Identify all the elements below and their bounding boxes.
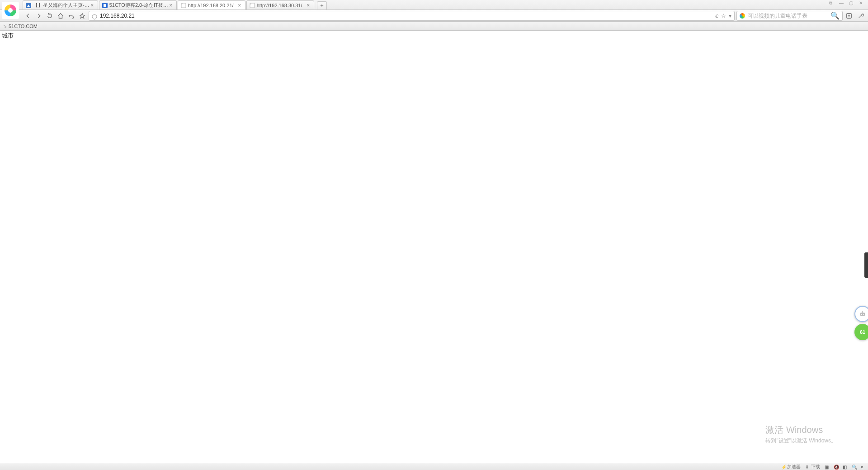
tab-1[interactable]: 51CTO博客2.0-原创IT技… × (99, 0, 177, 9)
window-skin-icon[interactable]: ⧉ (829, 1, 834, 5)
assistant-count-badge[interactable]: 61 (854, 324, 868, 340)
activation-subtitle: 转到"设置"以激活 Windows。 (765, 437, 836, 445)
tab-3[interactable]: http://192.168.30.31/ × (246, 0, 314, 9)
favicon-icon (181, 3, 186, 8)
favicon-icon (102, 3, 108, 8)
url-right-icons: ⅇ ☆ ▾ (715, 13, 731, 19)
tab-title: 51CTO博客2.0-原创IT技… (109, 2, 168, 9)
close-icon[interactable]: × (168, 2, 174, 9)
status-icon-1[interactable]: ▣ (825, 465, 829, 469)
url-box[interactable]: ⅇ ☆ ▾ (89, 11, 735, 21)
tools-button[interactable] (856, 11, 865, 20)
favicon-icon (26, 3, 31, 8)
url-dropdown-icon[interactable]: ▾ (729, 13, 731, 19)
star-button[interactable] (78, 11, 87, 20)
search-engine-icon[interactable] (740, 13, 745, 19)
undo-button[interactable] (67, 11, 76, 20)
window-maximize-icon[interactable]: ▢ (849, 1, 854, 5)
status-zoom-icon[interactable]: 🔍 (852, 465, 856, 469)
page-body-text: 城市 (0, 31, 868, 41)
bookmark-item[interactable]: 51CTO.COM (9, 24, 38, 29)
side-panel-handle[interactable] (864, 252, 868, 278)
address-bar: ⅇ ☆ ▾ 🔍 (0, 10, 868, 22)
compat-mode-icon[interactable]: ⅇ (715, 13, 718, 19)
tab-0[interactable]: 【】星乂海的个人主页-… × (23, 0, 98, 9)
rocket-icon: ⚡ (781, 465, 786, 469)
shield-icon (92, 13, 97, 19)
favicon-icon (250, 3, 255, 8)
window-minimize-icon[interactable]: ― (839, 1, 844, 5)
download-icon: ⬇ (805, 465, 810, 469)
toolbar-right (844, 11, 865, 20)
status-download-label: 下载 (811, 464, 820, 470)
svg-rect-4 (104, 4, 106, 7)
svg-rect-8 (860, 313, 865, 316)
close-icon[interactable]: × (237, 2, 242, 9)
svg-point-9 (861, 314, 862, 315)
svg-rect-11 (862, 311, 863, 313)
extension-button[interactable] (844, 11, 854, 20)
svg-point-10 (863, 314, 864, 315)
close-icon[interactable]: × (306, 2, 311, 9)
window-controls: ⧉ ― ▢ ✕ (829, 1, 863, 5)
link-icon: ↘ (3, 23, 7, 29)
url-input[interactable] (100, 13, 712, 19)
tab-title: http://192.168.20.21/ (188, 3, 237, 8)
browser-logo[interactable] (2, 2, 19, 19)
page-viewport: 城市 激活 Windows 转到"设置"以激活 Windows。 61 (0, 31, 868, 463)
bookmarks-bar: ↘ 51CTO.COM (0, 22, 868, 31)
tab-title: http://192.168.30.31/ (257, 3, 306, 8)
assistant-robot-button[interactable] (854, 306, 868, 322)
tab-title: 【】星乂海的个人主页-… (33, 2, 90, 9)
status-bar: ⚡ 加速器 ⬇ 下载 ▣ 🔇 ◧ 🔍 ▾ (0, 463, 868, 470)
home-button[interactable] (56, 11, 65, 20)
status-accel-label: 加速器 (787, 464, 801, 470)
back-button[interactable] (24, 11, 33, 20)
close-icon[interactable]: × (90, 2, 95, 9)
search-icon[interactable]: 🔍 (830, 11, 840, 20)
status-download[interactable]: ⬇ 下载 (805, 464, 820, 470)
search-input[interactable] (748, 13, 828, 19)
status-icon-3[interactable]: ◧ (843, 465, 847, 469)
bookmark-star-icon[interactable]: ☆ (721, 13, 726, 19)
search-box[interactable]: 🔍 (736, 11, 843, 21)
status-chevron-icon[interactable]: ▾ (861, 465, 865, 469)
tab-bar: 【】星乂海的个人主页-… × 51CTO博客2.0-原创IT技… × http:… (0, 0, 868, 10)
activation-title: 激活 Windows (765, 424, 836, 436)
window-close-icon[interactable]: ✕ (859, 1, 863, 5)
status-accelerator[interactable]: ⚡ 加速器 (781, 464, 801, 470)
forward-button[interactable] (34, 11, 43, 20)
windows-activation-watermark: 激活 Windows 转到"设置"以激活 Windows。 (765, 424, 836, 445)
new-tab-button[interactable]: ＋ (317, 1, 327, 9)
assistant-count: 61 (860, 329, 865, 335)
status-mute-icon[interactable]: 🔇 (834, 465, 838, 469)
tab-2[interactable]: http://192.168.20.21/ × (178, 0, 245, 9)
svg-point-1 (8, 8, 13, 13)
reload-button[interactable] (45, 11, 54, 20)
